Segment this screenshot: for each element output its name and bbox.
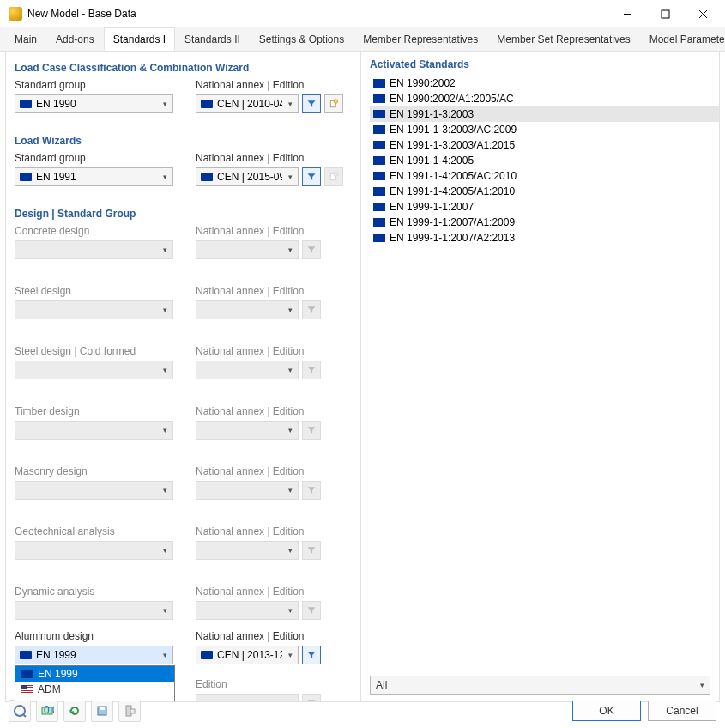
eu-flag-icon <box>373 156 385 165</box>
dropdown-item-adm[interactable]: ADM <box>15 682 174 697</box>
close-button[interactable] <box>684 0 722 27</box>
standard-row[interactable]: EN 1999-1-1:2007/A1:2009 <box>370 215 719 230</box>
tab-member-representatives[interactable]: Member Representatives <box>353 27 487 51</box>
loadwizards-std-group-label: Standard group <box>15 152 173 164</box>
eu-flag-icon <box>373 172 385 180</box>
design-row-label: Steel design | Cold formed <box>15 345 173 357</box>
standard-row[interactable]: EN 1991-1-3:2003 <box>370 106 719 122</box>
design-row-annex-label: National annex | Edition <box>196 345 321 357</box>
units-icon[interactable]: 0,00 <box>36 700 58 722</box>
standard-row-label: EN 1991-1-3:2003/A1:2015 <box>390 139 515 151</box>
eu-flag-icon <box>20 651 32 659</box>
eu-flag-icon <box>373 218 385 227</box>
dropdown-item-en-1999[interactable]: EN 1999 <box>15 666 174 682</box>
design-row-annex-combo: ▾ <box>196 541 299 560</box>
chevron-down-icon: ▾ <box>282 173 298 181</box>
loadcase-std-group-value: EN 1990 <box>36 98 157 110</box>
activated-standards-list[interactable]: EN 1990:2002EN 1990:2002/A1:2005/ACEN 19… <box>370 76 719 670</box>
filter-button <box>302 481 321 500</box>
design-row-annex-combo: ▾ <box>196 601 299 620</box>
refresh-icon[interactable] <box>63 700 86 722</box>
loadcase-std-group-label: Standard group <box>15 79 173 91</box>
chevron-down-icon: ▾ <box>157 366 172 374</box>
loadwizards-annex-combo[interactable]: CEN | 2015-09 ▾ <box>196 167 299 186</box>
standard-row[interactable]: EN 1991-1-3:2003/A1:2015 <box>370 137 719 153</box>
design-row-combo: ▾ <box>15 300 173 319</box>
aluminum-design-combo[interactable]: EN 1999 ▾ EN 1999 ADM GB 50429 <box>15 646 173 664</box>
filter-button[interactable] <box>302 167 321 186</box>
standard-row[interactable]: EN 1990:2002/A1:2005/AC <box>370 91 719 106</box>
ok-button[interactable]: OK <box>572 701 641 721</box>
cancel-button[interactable]: Cancel <box>648 701 716 721</box>
loadcase-std-group-combo[interactable]: EN 1990 ▾ <box>15 94 173 113</box>
svg-rect-1 <box>662 10 669 18</box>
eu-flag-icon <box>373 125 385 134</box>
standard-row[interactable]: EN 1991-1-4:2005 <box>370 153 719 168</box>
tab-member-set-representatives[interactable]: Member Set Representatives <box>487 27 639 51</box>
standard-row-label: EN 1991-1-3:2003 <box>390 108 474 120</box>
minimize-button[interactable] <box>608 0 646 27</box>
filter-button[interactable] <box>302 94 321 113</box>
chevron-down-icon: ▾ <box>282 606 298 615</box>
filter-button <box>302 361 321 379</box>
chevron-down-icon: ▾ <box>282 246 298 254</box>
svg-rect-15 <box>130 709 135 713</box>
chevron-down-icon: ▾ <box>282 100 298 108</box>
tab-add-ons[interactable]: Add-ons <box>46 27 104 51</box>
help-icon[interactable] <box>9 700 31 722</box>
app-icon <box>9 7 22 21</box>
chevron-down-icon: ▾ <box>282 366 298 374</box>
loadwizards-annex-value: CEN | 2015-09 <box>217 171 282 183</box>
standard-row[interactable]: EN 1991-1-3:2003/AC:2009 <box>370 122 719 137</box>
loadcase-annex-combo[interactable]: CEN | 2010-04 ▾ <box>196 94 299 113</box>
design-row-annex-label: National annex | Edition <box>196 465 321 477</box>
standard-row-label: EN 1991-1-4:2005/AC:2010 <box>390 170 517 182</box>
eu-flag-icon <box>373 234 385 242</box>
aluminum-annex-value: CEN | 2013-12 <box>217 649 282 661</box>
svg-point-7 <box>334 173 338 177</box>
save-icon[interactable] <box>91 700 113 722</box>
design-row-annex-label: National annex | Edition <box>196 285 321 297</box>
tab-model-parameters[interactable]: Model Parameters <box>640 27 725 51</box>
tab-settings-options[interactable]: Settings & Options <box>250 27 353 51</box>
aluminum-annex-combo[interactable]: CEN | 2013-12 ▾ <box>196 646 299 664</box>
standard-row-label: EN 1990:2002/A1:2005/AC <box>390 93 514 105</box>
tab-standards-2[interactable]: Standards II <box>175 27 250 51</box>
design-row-annex-label: National annex | Edition <box>196 405 321 417</box>
aluminum-design-dropdown: EN 1999 ADM GB 50429 <box>15 665 175 701</box>
loadwizards-std-group-combo[interactable]: EN 1991 ▾ <box>15 167 173 186</box>
standard-row[interactable]: EN 1999-1-1:2007 <box>370 199 719 215</box>
activated-filter-combo[interactable]: All ▾ <box>370 676 710 695</box>
standard-row[interactable]: EN 1999-1-1:2007/A2:2013 <box>370 230 719 246</box>
left-pane: Load Case Classification & Combination W… <box>6 52 361 701</box>
chevron-down-icon: ▾ <box>157 426 172 434</box>
standard-row[interactable]: EN 1991-1-4:2005/A1:2010 <box>370 184 719 199</box>
design-row-combo: ▾ <box>15 481 173 500</box>
window-title: New Model - Base Data <box>27 8 608 20</box>
new-annex-button[interactable] <box>324 94 343 113</box>
activated-standards-title: Activated Standards <box>370 58 719 76</box>
tab-main[interactable]: Main <box>5 27 46 51</box>
loadwizards-annex-label: National annex | Edition <box>196 152 343 164</box>
eu-flag-icon <box>373 79 385 88</box>
filter-button <box>302 300 321 319</box>
eu-flag-icon <box>21 670 33 678</box>
svg-line-9 <box>23 714 26 717</box>
title-bar: New Model - Base Data <box>0 0 725 27</box>
design-row-annex-combo: ▾ <box>196 481 299 500</box>
design-row-annex-combo: ▾ <box>196 361 299 379</box>
tab-standards-1[interactable]: Standards I <box>104 27 175 51</box>
dropdown-item-gb-50429[interactable]: GB 50429 <box>15 697 174 701</box>
chevron-down-icon: ▾ <box>282 651 298 659</box>
design-row-label: Timber design <box>15 405 173 417</box>
chevron-down-icon: ▾ <box>282 426 298 434</box>
maximize-button[interactable] <box>646 0 684 27</box>
design-row-annex-label: National annex | Edition <box>196 525 321 537</box>
standard-row-label: EN 1999-1-1:2007 <box>390 201 474 213</box>
design-row-label: Steel design <box>15 285 173 297</box>
standard-row[interactable]: EN 1991-1-4:2005/AC:2010 <box>370 168 719 184</box>
standard-row[interactable]: EN 1990:2002 <box>370 76 719 91</box>
filter-button[interactable] <box>302 646 321 664</box>
chevron-down-icon: ▾ <box>157 606 172 615</box>
reset-icon[interactable] <box>118 700 141 722</box>
